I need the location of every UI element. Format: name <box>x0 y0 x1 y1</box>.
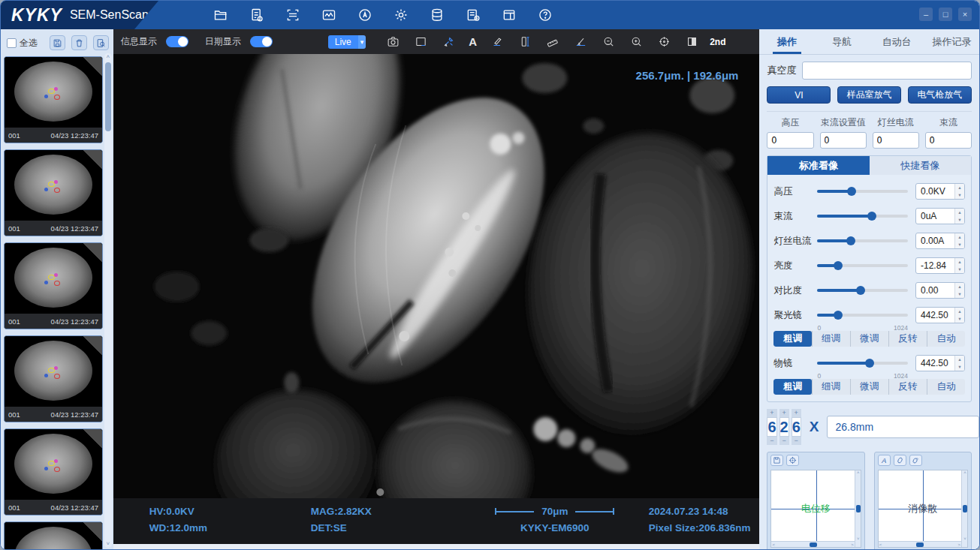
contrast-icon[interactable] <box>684 35 699 50</box>
scroll-up-icon[interactable]: ˄ <box>962 470 968 475</box>
scroll-left-icon[interactable]: ˂ <box>879 542 882 548</box>
tab-auto-stage[interactable]: 自动台 <box>870 29 924 54</box>
spin-up-icon[interactable]: ▲ <box>955 184 964 191</box>
auto-button[interactable]: 自动 <box>927 331 965 347</box>
scroll-right-icon[interactable]: ˃ <box>958 542 961 548</box>
increment-button[interactable]: + <box>767 409 776 417</box>
spin-up-icon[interactable]: ▲ <box>955 233 964 241</box>
open-folder-icon[interactable] <box>211 5 231 25</box>
condenser-slider[interactable]: 0 1024 <box>817 314 908 317</box>
delete-button[interactable] <box>71 35 87 50</box>
select-all-checkbox[interactable] <box>7 38 17 48</box>
filament-slider[interactable] <box>817 239 908 242</box>
brightness-slider[interactable] <box>817 264 908 267</box>
text-icon[interactable]: A <box>469 35 477 48</box>
date-display-toggle[interactable] <box>250 36 273 47</box>
auto-rotate-icon[interactable] <box>355 5 375 25</box>
tab-navigation[interactable]: 导航 <box>815 29 870 54</box>
beam-set-field[interactable] <box>820 132 867 149</box>
help-icon[interactable] <box>535 5 555 25</box>
beam-slider[interactable] <box>817 215 908 218</box>
maximize-button[interactable]: □ <box>939 8 952 21</box>
thumbnail-item[interactable]: 00104/23 12:23:47 <box>4 428 103 515</box>
y-thumb[interactable] <box>963 505 967 512</box>
target-icon[interactable] <box>656 35 671 50</box>
increment-button[interactable]: + <box>792 409 801 417</box>
spin-down-icon[interactable]: ▼ <box>955 290 964 298</box>
invert-button[interactable]: 反转 <box>888 379 927 395</box>
beam-shift-plot[interactable]: 电位移 ˄ ˅ ˂ ˃ <box>770 470 861 548</box>
thumbnail-item[interactable]: 00104/23 12:23:47 <box>4 242 103 329</box>
minimize-button[interactable]: – <box>919 8 933 21</box>
capture-frame-icon[interactable] <box>413 35 428 50</box>
scroll-down-icon[interactable]: ˅ <box>104 540 112 548</box>
live-button[interactable]: Live <box>328 35 358 49</box>
height-measure-icon[interactable] <box>517 35 532 50</box>
close-button[interactable]: × <box>958 8 972 21</box>
gun-vent-button[interactable]: 电气枪放气 <box>908 86 972 104</box>
live-dropdown[interactable]: ▾ <box>358 35 366 49</box>
report-icon[interactable] <box>247 5 267 25</box>
fine-adjust-button[interactable]: 细调 <box>812 331 850 347</box>
scrollbar-thumb[interactable] <box>105 62 111 131</box>
zoom-out-icon[interactable] <box>601 35 616 50</box>
y-thumb[interactable] <box>856 505 861 512</box>
scroll-right-icon[interactable]: ˃ <box>851 542 854 548</box>
spin-up-icon[interactable]: ▲ <box>955 283 964 290</box>
stigmator-plot[interactable]: 消像散 ˄ ˅ ˂ ˃ <box>878 470 968 548</box>
spin-up-icon[interactable]: ▲ <box>955 258 964 266</box>
spin-up-icon[interactable]: ▲ <box>955 209 964 216</box>
pen-icon[interactable] <box>490 35 505 50</box>
vacuum-input[interactable] <box>802 62 972 80</box>
x-scrollbar[interactable]: ˂ ˃ <box>879 541 961 547</box>
scroll-down-icon[interactable]: ˅ <box>855 536 861 541</box>
zoom-in-icon[interactable] <box>629 35 644 50</box>
spin-up-icon[interactable]: ▲ <box>955 308 964 315</box>
tab-quick-imaging[interactable]: 快捷看像 <box>870 156 971 175</box>
tab-operation[interactable]: 操作 <box>759 29 814 54</box>
tab-operation-log[interactable]: 操作记录 <box>924 29 979 54</box>
y-scrollbar[interactable]: ˄ ˅ <box>855 470 861 547</box>
working-distance-input[interactable] <box>827 416 979 438</box>
thumbnail-item[interactable]: 00104/23 12:23:47 <box>4 56 103 143</box>
scroll-left-icon[interactable]: ˂ <box>772 542 775 548</box>
increment-button[interactable]: + <box>779 409 789 417</box>
coarse-adjust-button[interactable]: 粗调 <box>773 331 811 347</box>
sidebar-scrollbar[interactable]: ˄ ˅ <box>104 53 112 548</box>
angle-icon[interactable] <box>573 35 588 50</box>
spin-down-icon[interactable]: ▼ <box>955 241 964 248</box>
auto-button[interactable]: 自动 <box>927 379 965 395</box>
contrast-slider[interactable] <box>817 289 908 292</box>
chamber-vent-button[interactable]: 样品室放气 <box>837 86 901 104</box>
micro-adjust-button[interactable]: 微调 <box>850 379 888 395</box>
server-clock-icon[interactable] <box>463 5 483 25</box>
spin-down-icon[interactable]: ▼ <box>955 266 964 273</box>
spin-down-icon[interactable]: ▼ <box>955 315 964 323</box>
stig-ellipse-button[interactable] <box>894 455 906 466</box>
decrement-button[interactable]: − <box>767 437 776 445</box>
window-layout-icon[interactable] <box>499 5 519 25</box>
camera-icon[interactable] <box>385 35 400 50</box>
database-icon[interactable] <box>427 5 447 25</box>
hv-field[interactable] <box>767 132 813 149</box>
save-button[interactable] <box>50 35 65 50</box>
beam-field[interactable] <box>925 132 972 149</box>
spin-down-icon[interactable]: ▼ <box>955 191 964 199</box>
stig-edit-button[interactable] <box>909 455 922 466</box>
decrement-button[interactable]: − <box>792 437 801 445</box>
micro-adjust-button[interactable]: 微调 <box>850 331 888 347</box>
save-button[interactable] <box>770 455 783 466</box>
x-thumb[interactable] <box>916 542 924 547</box>
ruler-icon[interactable] <box>545 35 560 50</box>
image-wave-icon[interactable] <box>319 5 339 25</box>
coarse-adjust-button[interactable]: 粗调 <box>773 379 811 395</box>
settings-icon[interactable] <box>391 5 411 25</box>
center-button[interactable] <box>786 455 799 466</box>
thumbnail-item[interactable] <box>4 521 103 550</box>
spin-down-icon[interactable]: ▼ <box>955 216 964 224</box>
spin-up-icon[interactable]: ▲ <box>955 356 964 363</box>
filament-field[interactable] <box>873 132 919 149</box>
x-scrollbar[interactable]: ˂ ˃ <box>771 541 854 547</box>
sem-image-stage[interactable]: 256.7μm. | 192.6μm <box>113 54 760 498</box>
scroll-down-icon[interactable]: ˅ <box>962 536 968 541</box>
